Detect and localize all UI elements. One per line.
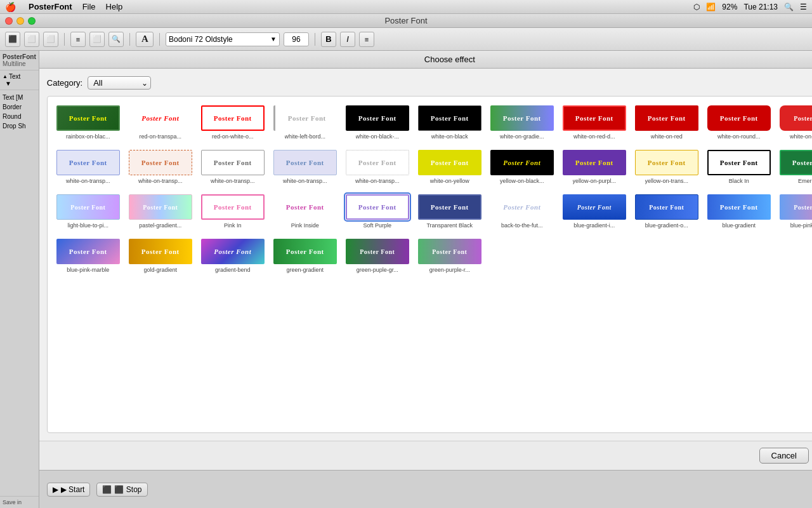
effect-label: white-on-red-d... <box>573 133 615 140</box>
effect-label: light-blue-to-pi... <box>68 222 109 229</box>
effect-label: white-on-transp... <box>283 178 327 184</box>
effect-item[interactable]: Poster Fontgradient-bend <box>199 236 267 276</box>
stop-icon: ⬛ <box>102 485 112 494</box>
titlebar: Poster Font <box>0 14 812 28</box>
category-select[interactable]: All Basic Gradient Transparent Outlined <box>88 76 151 90</box>
effect-item[interactable]: Poster Fontblue-pink-marble <box>54 236 122 276</box>
effect-item[interactable]: Poster Fontred-on-white-o... <box>199 103 267 142</box>
cancel-button[interactable]: Cancel <box>759 448 809 464</box>
bold-button[interactable]: B <box>321 32 336 47</box>
effect-item[interactable]: Poster Fontwhite-on-transp... <box>54 147 122 187</box>
start-label: ▶ Start <box>61 485 85 494</box>
menu-help[interactable]: Help <box>106 2 123 11</box>
effect-item[interactable]: Poster FontPink In <box>199 192 267 231</box>
toolbar-btn-1[interactable]: ⬛ <box>5 32 20 47</box>
effect-label: red-on-transpa... <box>140 133 182 140</box>
effect-item[interactable]: Poster Fontwhite-left-bord... <box>271 103 339 142</box>
effect-label: blue-gradient-o... <box>645 222 688 229</box>
effect-item[interactable]: Poster Fontwhite-on-black-... <box>343 103 412 142</box>
effect-item[interactable]: Poster Fontgreen-purple-r... <box>416 236 484 276</box>
effect-item[interactable]: Poster Fontrainbox-on-blac... <box>54 103 122 142</box>
effect-item[interactable]: Poster Fontred-on-transpa... <box>126 103 195 142</box>
effect-item[interactable]: Poster Fontyellow-on-black... <box>488 147 556 187</box>
font-selector[interactable]: Bodoni 72 Oldstyle ▼ <box>166 32 280 46</box>
control-center-icon[interactable]: ☰ <box>800 3 807 11</box>
effect-item[interactable]: Poster Fontwhite-on-transp... <box>126 147 195 187</box>
effect-label: white-on-gradie... <box>500 133 544 140</box>
effect-item[interactable]: Poster Fontwhite-on-round... <box>705 103 773 142</box>
align-button[interactable]: ≡ <box>359 32 374 47</box>
effect-label: Pink Inside <box>291 222 319 229</box>
sidebar-item-border[interactable]: Border <box>3 102 36 112</box>
sidebar-item-text-m[interactable]: Text [M <box>3 93 36 102</box>
effects-grid-container[interactable]: Poster Fontrainbox-on-blac...Poster Font… <box>47 96 812 433</box>
effect-item[interactable]: Poster Fontwhite-on-transp... <box>343 147 412 187</box>
left-sidebar: PosterFont Multiline ▲ Text ▼ Text [M Bo… <box>0 51 39 508</box>
font-size-input[interactable]: 96 <box>284 32 309 46</box>
effect-item[interactable]: Poster FontEmeraude <box>777 147 812 187</box>
effect-item[interactable]: Poster Fontgreen-gradient <box>271 236 339 276</box>
font-large-btn[interactable]: A <box>136 32 154 47</box>
toolbar-btn-6[interactable]: 🔍 <box>108 32 124 47</box>
font-size-value: 96 <box>292 35 300 44</box>
effect-item[interactable]: Poster Fontback-to-the-fut... <box>488 192 556 231</box>
effect-label: white-on-red <box>651 133 683 140</box>
effect-item[interactable]: Poster Fontwhite-on-gradie... <box>488 103 556 142</box>
effect-label: green-gradient <box>287 267 324 273</box>
start-button[interactable]: ▶ ▶ Start <box>47 483 91 497</box>
effect-item[interactable]: Poster Fontwhite-on-yellow <box>416 147 484 187</box>
effect-label: Emeraude <box>798 178 812 184</box>
close-button[interactable] <box>5 17 13 25</box>
sidebar-multiline-label: Multiline <box>3 60 36 67</box>
toolbar-btn-5[interactable]: ⬜ <box>89 32 105 47</box>
effect-label: gold-gradient <box>144 267 178 273</box>
toolbar-align-left[interactable]: ≡ <box>70 32 86 47</box>
effect-item[interactable]: Poster Fontwhite-on-transp... <box>271 147 339 187</box>
effect-label: blue-gradient-i... <box>573 222 615 229</box>
effect-label: white-on-transp... <box>355 178 400 184</box>
effects-grid: Poster Fontrainbox-on-blac...Poster Font… <box>54 103 812 276</box>
menubar-right: ⬡ 📶 92% Tue 21:13 🔍 ☰ <box>693 3 807 11</box>
sidebar-arrow-up[interactable]: ▲ <box>3 74 8 79</box>
spotlight-icon[interactable]: 🔍 <box>784 3 794 11</box>
apple-menu[interactable]: 🍎 <box>5 2 16 12</box>
effect-item[interactable]: Poster Fontblue-gradient <box>705 192 773 231</box>
effect-item[interactable]: Poster Fontgreen-puple-gr... <box>343 236 412 276</box>
italic-button[interactable]: I <box>340 32 355 47</box>
effect-label: white-on-transp... <box>66 178 110 184</box>
effect-item[interactable]: Poster Fontblue-gradient-o... <box>632 192 701 231</box>
effect-item[interactable]: Poster FontPink Inside <box>271 192 339 231</box>
effect-item[interactable]: Poster Fontwhite-on-transp... <box>199 147 267 187</box>
menu-file[interactable]: File <box>82 2 96 11</box>
stop-button[interactable]: ⬛ ⬛ Stop <box>96 483 147 497</box>
effect-item[interactable]: Poster Fontgold-gradient <box>126 236 195 276</box>
effect-item[interactable]: Poster Fontwhite-on-round... <box>777 103 812 142</box>
effect-item[interactable]: Poster Fontpastel-gradient... <box>126 192 195 231</box>
category-select-wrap[interactable]: All Basic Gradient Transparent Outlined <box>88 76 151 90</box>
effect-item[interactable]: Poster Fontyellow-on-trans... <box>632 147 701 187</box>
effect-item[interactable]: Poster Fontyellow-on-purpl... <box>560 147 629 187</box>
dropbox-icon[interactable]: ⬡ <box>693 3 700 11</box>
effect-label: yellow-on-black... <box>500 178 544 184</box>
toolbar-btn-2[interactable]: ⬜ <box>24 32 39 47</box>
toolbar-btn-3[interactable]: ⬜ <box>43 32 58 47</box>
effect-item[interactable]: Poster Fontwhite-on-red <box>632 103 701 142</box>
effect-item[interactable]: Poster FontTransparent Black <box>416 192 484 231</box>
sidebar-item-round[interactable]: Round <box>3 112 36 121</box>
effect-item[interactable]: Poster Fontwhite-on-black <box>416 103 484 142</box>
effect-item[interactable]: Poster Fontblue-pink-distu... <box>777 192 812 231</box>
maximize-button[interactable] <box>28 17 36 25</box>
category-label: Category: <box>47 78 82 88</box>
effect-item[interactable]: Poster Fontblue-gradient-i... <box>560 192 629 231</box>
effect-item[interactable]: Poster Fontwhite-on-red-d... <box>560 103 629 142</box>
effect-item[interactable]: Poster FontSoft Purple <box>343 192 412 231</box>
sidebar-posterfont-label: PosterFont <box>3 53 36 60</box>
effect-item[interactable]: Poster Fontlight-blue-to-pi... <box>54 192 122 231</box>
menu-posterfont[interactable]: PosterFont <box>29 2 72 11</box>
effect-label: gradient-bend <box>215 267 251 273</box>
effect-item[interactable]: Poster FontBlack In <box>705 147 773 187</box>
minimize-button[interactable] <box>16 17 24 25</box>
sidebar-arrow-down[interactable]: ▼ <box>3 80 36 87</box>
sidebar-item-drop-sh[interactable]: Drop Sh <box>3 121 36 131</box>
effect-label: white-on-round... <box>717 133 761 140</box>
